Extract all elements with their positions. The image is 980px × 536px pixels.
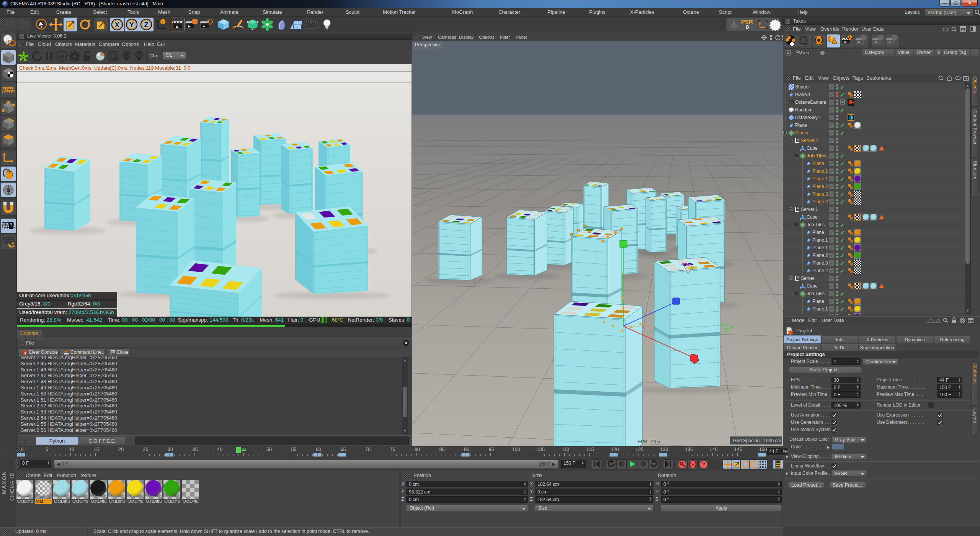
- svg-text:FPS : 23.5: FPS : 23.5: [638, 439, 660, 444]
- svg-text:P: P: [753, 462, 756, 467]
- svg-text:M: M: [137, 53, 140, 57]
- svg-text:0: 0: [797, 207, 799, 210]
- svg-text:X: X: [115, 21, 119, 29]
- svg-text:0: 0: [797, 138, 799, 141]
- svg-text:F: F: [125, 53, 127, 57]
- svg-text:?: ?: [702, 461, 705, 467]
- svg-text:Y: Y: [129, 21, 134, 29]
- svg-text:R: R: [60, 53, 64, 60]
- svg-text:Grid Spacing : 1000 cm: Grid Spacing : 1000 cm: [733, 438, 781, 443]
- svg-text:S: S: [7, 187, 10, 193]
- svg-text:Z: Z: [144, 21, 149, 29]
- svg-text:0: 0: [797, 276, 799, 279]
